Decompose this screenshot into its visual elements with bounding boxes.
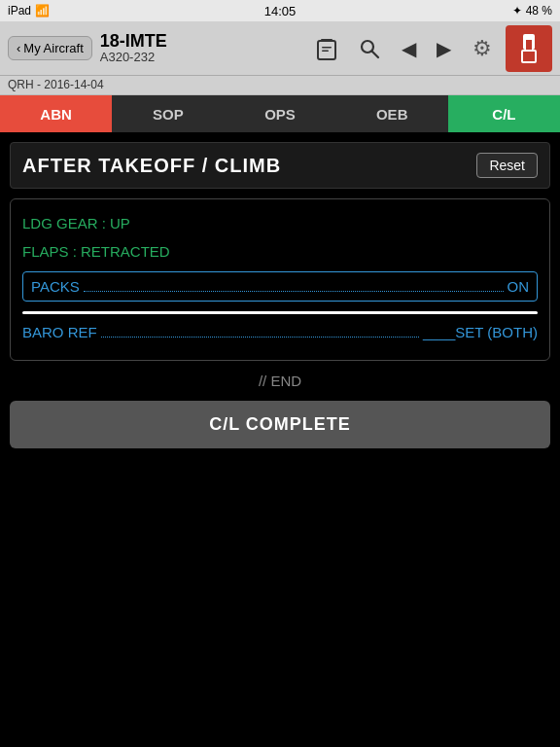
aircraft-id: 18-IMTE [100,32,299,50]
checklist-card: LDG GEAR : UP FLAPS : RETRACTED PACKS ON… [10,198,550,361]
status-left: iPad 📶 [8,4,50,18]
packs-dots-separator [84,291,504,292]
tab-bar: ABN SOP OPS OEB C/L [0,95,560,132]
packs-value: ON [508,278,530,295]
battery-label: 48 % [526,4,552,18]
end-text: // END [10,373,550,389]
tab-ops[interactable]: OPS [224,95,335,132]
device-label: iPad [8,4,31,18]
title-bar: AFTER TAKEOFF / CLIMB Reset [10,142,550,189]
cl-complete-button[interactable]: C/L COMPLETE [10,401,550,448]
clipboard-button[interactable] [307,29,346,68]
nav-prev-button[interactable]: ◀ [393,29,424,68]
baro-label: BARO REF [22,324,97,340]
packs-row[interactable]: PACKS ON [22,271,538,302]
packs-label: PACKS [31,278,80,295]
status-bar: iPad 📶 14:05 ✦ 48 % [0,0,560,21]
baro-value: ____SET (BOTH) [423,324,538,340]
baro-dots-separator [101,337,419,338]
flaps-item: FLAPS : RETRACTED [22,243,538,260]
back-chevron-icon: ‹ [17,41,20,55]
status-right: ✦ 48 % [512,4,552,18]
my-aircraft-label: My Aircraft [23,41,83,55]
tab-oeb[interactable]: OEB [336,95,448,132]
svg-rect-2 [322,47,332,49]
page-title: AFTER TAKEOFF / CLIMB [22,155,281,177]
header-icons: ◀ ▶ ⚙ [307,25,552,72]
bluetooth-icon: ✦ [512,4,522,18]
search-button[interactable] [350,29,389,68]
reset-button[interactable]: Reset [476,153,538,178]
nav-next-button[interactable]: ▶ [428,29,459,68]
qrh-label: QRH - 2016-14-04 [0,76,560,95]
svg-rect-3 [322,50,329,52]
aircraft-info: 18-IMTE A320-232 [100,32,299,64]
baro-ref-row[interactable]: BARO REF ____SET (BOTH) [22,324,538,340]
svg-rect-9 [523,52,535,61]
wifi-icon: 📶 [35,4,50,18]
status-time: 14:05 [264,4,297,18]
emergency-button[interactable] [506,25,552,72]
my-aircraft-button[interactable]: ‹ My Aircraft [8,36,92,60]
ldg-gear-item: LDG GEAR : UP [22,215,538,231]
separator-line [22,311,538,314]
svg-line-5 [372,51,379,57]
ldg-gear-text: LDG GEAR : UP [22,215,130,231]
header: ‹ My Aircraft 18-IMTE A320-232 ◀ ▶ ⚙ [0,21,560,76]
svg-rect-8 [526,40,532,50]
tab-cl[interactable]: C/L [448,95,560,132]
settings-button[interactable]: ⚙ [463,29,502,68]
aircraft-model: A320-232 [100,50,299,64]
tab-abn[interactable]: ABN [0,95,112,132]
tab-sop[interactable]: SOP [112,95,224,132]
main-content: AFTER TAKEOFF / CLIMB Reset LDG GEAR : U… [0,132,560,458]
flaps-text: FLAPS : RETRACTED [22,243,170,260]
